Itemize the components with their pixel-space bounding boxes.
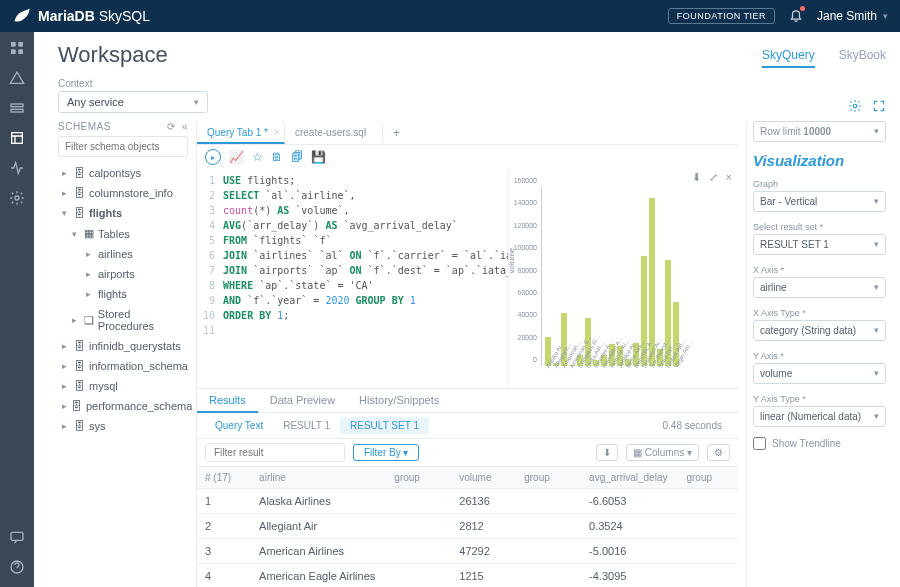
topbar: MariaDB SkySQL FOUNDATION TIER Jane Smit… — [0, 0, 900, 32]
notifications-icon[interactable] — [789, 8, 803, 25]
svg-rect-2 — [11, 49, 16, 54]
page-title: Workspace — [58, 42, 168, 68]
tree-tables[interactable]: ▾▦Tables — [58, 223, 188, 244]
svg-point-7 — [15, 196, 19, 200]
tree-table-airlines[interactable]: ▸airlines — [58, 244, 188, 264]
xtype-select[interactable]: category (String data)▾ — [753, 320, 886, 341]
yaxis-select[interactable]: volume▾ — [753, 363, 886, 384]
tree-db-columnstore[interactable]: ▸🗄columnstore_info — [58, 183, 188, 203]
export-icon[interactable]: 🗐 — [291, 150, 303, 164]
tree-db-sys[interactable]: ▸🗄sys — [58, 416, 188, 436]
left-rail — [0, 32, 34, 587]
subtab-resultset1[interactable]: RESULT SET 1 — [340, 417, 429, 434]
columns-button[interactable]: ▦ Columns ▾ — [626, 444, 699, 461]
user-menu[interactable]: Jane Smith▾ — [817, 9, 888, 23]
svg-rect-3 — [18, 49, 23, 54]
chart-download-icon[interactable]: ⬇ — [692, 171, 701, 184]
editor-panel: Query Tab 1 *× create-users.sql + ▸ 📈 ☆ … — [196, 121, 738, 587]
snippet-icon[interactable]: 🗎 — [271, 150, 283, 164]
tab-skyquery[interactable]: SkyQuery — [762, 48, 815, 68]
ytype-select[interactable]: linear (Numerical data)▾ — [753, 406, 886, 427]
context-select[interactable]: Any service▾ — [58, 91, 208, 113]
tree-db-flights[interactable]: ▾🗄flights — [58, 203, 188, 223]
tree-stored-procedures[interactable]: ▸❏Stored Procedures — [58, 304, 188, 336]
tier-badge: FOUNDATION TIER — [668, 8, 775, 24]
svg-rect-0 — [11, 42, 16, 47]
xaxis-select[interactable]: airline▾ — [753, 277, 886, 298]
subtab-query-text[interactable]: Query Text — [205, 417, 273, 434]
duration-label: 0.48 seconds — [663, 420, 723, 431]
settings-icon[interactable] — [9, 190, 25, 206]
tab-results[interactable]: Results — [197, 389, 258, 413]
chart-expand-icon[interactable]: ⤢ — [709, 171, 718, 184]
favorite-icon[interactable]: ☆ — [252, 150, 263, 164]
tab-skybook[interactable]: SkyBook — [839, 48, 886, 68]
refresh-icon[interactable]: ⟳ — [167, 121, 176, 132]
download-results-button[interactable]: ⬇ — [596, 444, 618, 461]
tree-db-mysql[interactable]: ▸🗄mysql — [58, 376, 188, 396]
tree-db-perfschema[interactable]: ▸🗄performance_schema — [58, 396, 188, 416]
visualization-panel: Row limit 10000▾ Visualization Graph Bar… — [746, 121, 886, 587]
svg-rect-6 — [12, 133, 23, 144]
dashboard-icon[interactable] — [9, 40, 25, 56]
run-button[interactable]: ▸ — [205, 149, 221, 165]
table-row[interactable]: 3American Airlines47292-5.0016 — [197, 539, 738, 564]
save-icon[interactable]: 💾 — [311, 150, 326, 164]
trendline-checkbox[interactable] — [753, 437, 766, 450]
editor-tab-createusers[interactable]: create-users.sql — [285, 123, 383, 142]
new-tab-button[interactable]: + — [383, 126, 410, 140]
tree-table-flights[interactable]: ▸flights — [58, 284, 188, 304]
seal-icon — [12, 6, 32, 26]
results-settings-button[interactable]: ⚙ — [707, 444, 730, 461]
sql-editor[interactable]: 1234567891011 USE flights; SELECT `al`.`… — [197, 169, 508, 388]
editor-tab-query1[interactable]: Query Tab 1 *× — [197, 123, 285, 144]
chart-preview: ⬇ ⤢ × volume 020000400006000080000100000… — [508, 169, 738, 388]
tab-data-preview[interactable]: Data Preview — [258, 389, 347, 412]
svg-rect-5 — [11, 109, 23, 112]
subtab-result1[interactable]: RESULT 1 — [273, 417, 340, 434]
collapse-panel-icon[interactable]: « — [182, 121, 188, 132]
chart-close-icon[interactable]: × — [726, 171, 732, 184]
svg-point-10 — [853, 104, 857, 108]
alerts-icon[interactable] — [9, 70, 25, 86]
resultset-select[interactable]: RESULT SET 1▾ — [753, 234, 886, 255]
close-icon[interactable]: × — [274, 126, 280, 138]
services-icon[interactable] — [9, 100, 25, 116]
filter-result-input[interactable] — [205, 443, 345, 462]
filter-by-button[interactable]: Filter By ▾ — [353, 444, 419, 461]
context-label: Context — [58, 78, 208, 89]
viz-title: Visualization — [753, 152, 886, 169]
chart-bars — [545, 187, 732, 366]
schema-panel: SCHEMAS ⟳ « ▸🗄calpontsys ▸🗄columnstore_i… — [58, 121, 188, 587]
activity-icon[interactable] — [9, 160, 25, 176]
tree-db-infoschema[interactable]: ▸🗄information_schema — [58, 356, 188, 376]
row-limit-select[interactable]: Row limit 10000▾ — [753, 121, 886, 142]
schema-search-input[interactable] — [58, 136, 188, 157]
svg-rect-1 — [18, 42, 23, 47]
tree-db-calpontsys[interactable]: ▸🗄calpontsys — [58, 163, 188, 183]
workspace-icon[interactable] — [9, 130, 25, 146]
schema-title: SCHEMAS — [58, 121, 111, 132]
nav-tabs: SkyQuery SkyBook — [762, 48, 886, 68]
help-icon[interactable] — [9, 559, 25, 575]
svg-rect-4 — [11, 104, 23, 107]
tree-table-airports[interactable]: ▸airports — [58, 264, 188, 284]
results-table: # (17) airline group volume group avg_ar… — [197, 467, 738, 587]
table-row[interactable]: 4American Eagle Airlines1215-4.3095 — [197, 564, 738, 588]
visualize-icon[interactable]: 📈 — [229, 150, 244, 164]
tree-db-infinidb[interactable]: ▸🗄infinidb_querystats — [58, 336, 188, 356]
tab-history[interactable]: History/Snippets — [347, 389, 451, 412]
brand-logo: MariaDB SkySQL — [12, 6, 150, 26]
gear-icon[interactable] — [848, 99, 862, 113]
table-row[interactable]: 2Allegiant Air28120.3524 — [197, 514, 738, 539]
svg-rect-8 — [11, 532, 23, 540]
graph-type-select[interactable]: Bar - Vertical▾ — [753, 191, 886, 212]
chat-icon[interactable] — [9, 529, 25, 545]
table-row[interactable]: 1Alaska Airlines26136-6.6053 — [197, 489, 738, 514]
fullscreen-icon[interactable] — [872, 99, 886, 113]
